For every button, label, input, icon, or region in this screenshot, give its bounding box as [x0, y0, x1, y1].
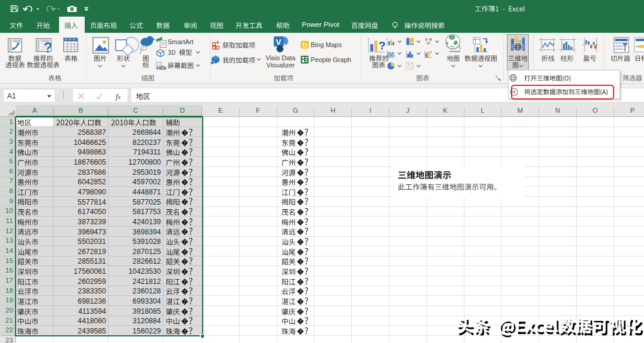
svg-text:?: ? [44, 39, 52, 55]
svg-text:V: V [276, 38, 281, 47]
svg-text:?: ? [379, 39, 386, 52]
